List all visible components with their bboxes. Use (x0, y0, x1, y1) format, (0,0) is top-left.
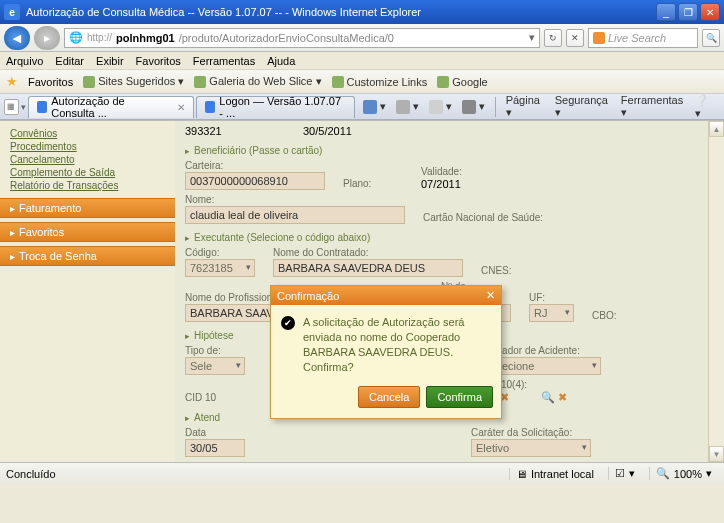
tool-mail[interactable]: ▾ (425, 98, 456, 116)
fav-galeria[interactable]: Galeria do Web Slice ▾ (194, 75, 321, 88)
zone-icon: 🖥 (516, 468, 527, 480)
section-atend: Atend (185, 412, 714, 423)
codigo-select[interactable]: 7623185 (185, 259, 255, 277)
menubar: Arquivo Editar Exibir Favoritos Ferramen… (0, 52, 724, 70)
favorites-star-icon[interactable]: ★ (6, 74, 18, 89)
tool-print[interactable]: ▾ (458, 98, 489, 116)
uf-select[interactable]: RJ (529, 304, 574, 322)
tipo-select[interactable]: Sele (185, 357, 245, 375)
search-cid4-icon[interactable]: 🔍 ✖ (541, 391, 567, 404)
refresh-button[interactable]: ↻ (544, 29, 562, 47)
print-icon (462, 100, 476, 114)
zoom-icon: 🔍 (656, 467, 670, 480)
menu-arquivo[interactable]: Arquivo (6, 55, 43, 67)
carater-select[interactable]: Eletivo (471, 439, 591, 457)
tab2-icon (205, 101, 216, 113)
profexec-field: BARBARA SAAVEDRA DEUS (185, 304, 345, 322)
sites-icon (83, 76, 95, 88)
side-link-cancelamento[interactable]: Cancelamento (10, 153, 165, 166)
bing-icon (593, 32, 605, 44)
data-field[interactable]: 30/05 (185, 439, 245, 457)
mail-icon (429, 100, 443, 114)
tab1-close-icon[interactable]: ✕ (177, 102, 185, 113)
window-title: Autorização de Consulta Médica -- Versão… (26, 6, 421, 18)
back-button[interactable]: ◄ (4, 26, 30, 50)
tabbar: ▦ ▾ Autorização de Consulta ... ✕ Logon … (0, 94, 724, 120)
tab-inactive[interactable]: Logon — Versão 1.07.07 - ... (196, 96, 355, 118)
tab1-icon (37, 101, 48, 113)
side-group-favoritos[interactable]: ▸ Favoritos (0, 222, 175, 242)
shield-icon: ☑ (615, 467, 625, 480)
tool-home[interactable]: ▾ (359, 98, 390, 116)
conselho-select[interactable]: CRM (363, 304, 423, 322)
tool-ajuda[interactable]: ❔ ▾ (691, 92, 720, 122)
side-link-complemento[interactable]: Complemento de Saída (10, 166, 165, 179)
navbar: ◄ ▸ 🌐 http:// polnhmg01 /produto/Autoriz… (0, 24, 724, 52)
scroll-down-icon[interactable]: ▼ (709, 446, 724, 462)
search-placeholder: Live Search (608, 32, 666, 44)
validade-value: 07/2011 (421, 178, 501, 190)
url-prefix: http:// (87, 32, 112, 43)
side-link-convenios[interactable]: Convênios (10, 127, 165, 140)
stop-button[interactable]: ✕ (566, 29, 584, 47)
tool-feeds[interactable]: ▾ (392, 98, 423, 116)
close-button[interactable]: ✕ (700, 3, 720, 21)
tab-list-chevron[interactable]: ▾ (21, 102, 26, 112)
fav-sites[interactable]: Sites Sugeridos ▾ (83, 75, 184, 88)
top-number: 393321 (185, 125, 285, 137)
ie-icon: e (4, 4, 20, 20)
top-date: 30/5/2011 (303, 125, 403, 137)
globe-icon: 🌐 (69, 31, 83, 44)
section-hipotese: Hipótese (185, 330, 714, 341)
gallery-icon (194, 76, 206, 88)
maximize-button[interactable]: ❐ (678, 3, 698, 21)
section-beneficiario: Beneficiário (Passe o cartão) (185, 145, 714, 156)
search-cid-icon[interactable]: 🔍 ✖ (483, 391, 509, 404)
carteira-field[interactable]: 0037000000068910 (185, 172, 325, 190)
menu-editar[interactable]: Editar (55, 55, 84, 67)
statusbar: Concluído 🖥Intranet local ☑▾ 🔍100% ▾ (0, 462, 724, 484)
window-titlebar: e Autorização de Consulta Médica -- Vers… (0, 0, 724, 24)
zoom-control[interactable]: 🔍100% ▾ (649, 467, 718, 480)
menu-favoritos[interactable]: Favoritos (136, 55, 181, 67)
tool-seguranca[interactable]: Segurança ▾ (551, 92, 615, 121)
search-go-button[interactable]: 🔍 (702, 29, 720, 47)
search-input[interactable]: Live Search (588, 28, 698, 48)
minimize-button[interactable]: _ (656, 3, 676, 21)
side-link-procedimentos[interactable]: Procedimentos (10, 140, 165, 153)
tool-pagina[interactable]: Página ▾ (502, 92, 549, 121)
menu-ferramentas[interactable]: Ferramentas (193, 55, 255, 67)
fav-google[interactable]: Google (437, 76, 487, 88)
status-zone: 🖥Intranet local (509, 468, 600, 480)
vertical-scrollbar[interactable]: ▲ ▼ (708, 121, 724, 462)
tool-ferramentas[interactable]: Ferramentas ▾ (617, 92, 689, 121)
nome-field[interactable]: claudia leal de oliveira (185, 206, 405, 224)
feeds-icon (396, 100, 410, 114)
address-bar[interactable]: 🌐 http:// polnhmg01 /produto/Autorizador… (64, 28, 540, 48)
url-tail: /produto/AutorizadorEnvioConsultaMedica/… (179, 32, 394, 44)
side-link-relatorio[interactable]: Relatório de Transações (10, 179, 165, 192)
page-content: Convênios Procedimentos Cancelamento Com… (0, 120, 724, 462)
form-area: 393321 30/5/2011 Beneficiário (Passe o c… (175, 121, 724, 462)
url-dropdown-icon[interactable]: ▾ (529, 31, 535, 44)
customize-icon (332, 76, 344, 88)
forward-button[interactable]: ▸ (34, 26, 60, 50)
tab-active[interactable]: Autorização de Consulta ... ✕ (28, 96, 194, 118)
fav-customize[interactable]: Customize Links (332, 76, 428, 88)
scroll-up-icon[interactable]: ▲ (709, 121, 724, 137)
menu-ajuda[interactable]: Ajuda (267, 55, 295, 67)
favorites-label[interactable]: Favoritos (28, 76, 73, 88)
status-protected: ☑▾ (608, 467, 641, 480)
sidebar: Convênios Procedimentos Cancelamento Com… (0, 121, 175, 462)
indicador-acidente-select[interactable]: Selecione (481, 357, 601, 375)
contratado-field: BARBARA SAAVEDRA DEUS (273, 259, 463, 277)
favorites-bar: ★ Favoritos Sites Sugeridos ▾ Galeria do… (0, 70, 724, 94)
tab-list-button[interactable]: ▦ (4, 99, 19, 115)
menu-exibir[interactable]: Exibir (96, 55, 124, 67)
url-host: polnhmg01 (116, 32, 175, 44)
side-group-faturamento[interactable]: ▸ Faturamento (0, 198, 175, 218)
section-executante: Executante (Selecione o código abaixo) (185, 232, 714, 243)
numcons-field: 762318 (441, 304, 511, 322)
side-group-troca-senha[interactable]: ▸ Troca de Senha (0, 246, 175, 266)
home-icon (363, 100, 377, 114)
